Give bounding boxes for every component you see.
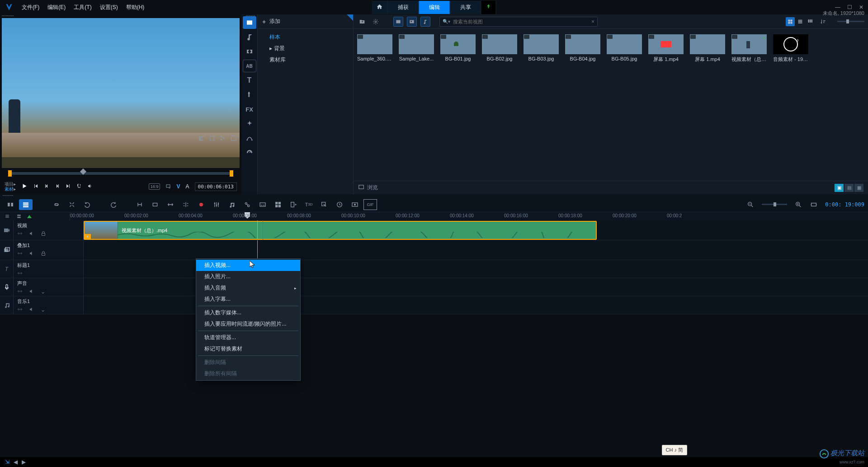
audio-category-icon[interactable]	[243, 31, 256, 43]
link-icon[interactable]	[17, 251, 24, 257]
menu-edit[interactable]: 编辑(E)	[47, 4, 66, 11]
ctx-insert-timelapse[interactable]: 插入要应用时间流逝/频闪的照片...	[196, 318, 300, 330]
asset-item[interactable]: BG-B04.jpg	[565, 34, 600, 63]
track-add-icon[interactable]	[27, 215, 32, 218]
asset-item[interactable]: 音频素材 - 196...	[773, 34, 808, 63]
goto-start-button[interactable]	[33, 183, 38, 190]
record-icon[interactable]	[194, 199, 208, 210]
fx-category-icon[interactable]: FX	[243, 103, 256, 116]
menu-setting[interactable]: 设置(S)	[100, 4, 118, 11]
expand-all-icon[interactable]	[15, 214, 23, 219]
fullscreen-icon[interactable]	[209, 135, 215, 143]
ctx-mark-replaceable[interactable]: 标记可替换素材	[196, 343, 300, 355]
scissors-icon[interactable]	[220, 135, 226, 143]
gif-icon[interactable]: GIF	[363, 199, 377, 210]
collapse-all-icon[interactable]	[4, 214, 11, 219]
expand-icon[interactable]: ⌄	[41, 289, 47, 295]
expand-icon[interactable]: ⌄	[41, 307, 47, 313]
mark-in-out-icon[interactable]	[133, 199, 146, 210]
asset-item[interactable]: BG-B01.jpg	[440, 34, 476, 63]
goto-end-button[interactable]	[66, 183, 71, 190]
clear-search-icon[interactable]: ×	[591, 19, 594, 25]
import-folder-icon[interactable]	[357, 17, 367, 27]
zoom-slider[interactable]	[762, 204, 787, 205]
speed-category-icon[interactable]	[243, 146, 256, 159]
minimize-button[interactable]: —	[835, 4, 841, 10]
sort-icon[interactable]	[818, 17, 828, 27]
tree-item-background[interactable]: ▸背景	[269, 43, 353, 54]
tools-icon[interactable]	[65, 199, 79, 210]
scroll-right-icon[interactable]: ▶	[20, 458, 27, 466]
mute-icon[interactable]	[29, 231, 35, 237]
menu-tool[interactable]: 工具(T)	[74, 4, 91, 11]
transition-category-icon[interactable]	[243, 45, 256, 58]
ctx-insert-video[interactable]: 插入视频...	[196, 260, 300, 271]
time-remap-icon[interactable]	[333, 199, 346, 210]
preview-scrubber[interactable]	[0, 168, 241, 179]
search-input[interactable]	[453, 19, 589, 24]
link-icon[interactable]	[17, 271, 24, 277]
ctx-track-manager[interactable]: 轨道管理器...	[196, 332, 300, 343]
preview-timecode[interactable]: 00:00:06:013	[195, 182, 237, 191]
mixer-icon[interactable]	[210, 199, 223, 210]
storyboard-mode-icon[interactable]	[4, 199, 17, 210]
ctx-insert-audio[interactable]: 插入音频▸	[196, 282, 300, 294]
menu-help[interactable]: 帮助(H)	[126, 4, 145, 11]
timeline-timecode[interactable]: 0:00: 19:009	[825, 201, 864, 208]
fit-timeline-icon[interactable]	[807, 199, 821, 210]
loop-button[interactable]	[76, 183, 82, 190]
asset-item[interactable]: Sample_360.m...	[357, 34, 392, 63]
motion-track-icon[interactable]	[241, 199, 254, 210]
resize-icon[interactable]	[165, 183, 171, 190]
tag-b-icon[interactable]: ▤	[844, 184, 854, 192]
link-icon[interactable]	[50, 199, 63, 210]
pan-zoom-icon[interactable]	[317, 199, 331, 210]
asset-item[interactable]: BG-B02.jpg	[482, 34, 517, 63]
media-category-icon[interactable]	[243, 16, 256, 29]
view-grid-icon[interactable]	[806, 17, 815, 26]
tab-upload[interactable]	[481, 1, 496, 14]
audio-indicator[interactable]: A	[186, 183, 189, 190]
play-button[interactable]	[21, 183, 28, 191]
filter-audio-icon[interactable]	[420, 17, 430, 27]
mask-icon[interactable]	[348, 199, 362, 210]
text-category-icon[interactable]: T	[243, 74, 256, 87]
browse-label[interactable]: 浏览	[367, 184, 378, 191]
lock-icon[interactable]	[41, 251, 47, 257]
video-clip[interactable]: 视频素材（总）.mp4	[84, 221, 597, 240]
overlay-category-icon[interactable]	[243, 89, 256, 101]
filter-video-icon[interactable]	[393, 17, 403, 27]
ctx-insert-photo[interactable]: 插入照片...	[196, 271, 300, 282]
timeline-ruler[interactable]: 00:00:00:0000:00:02:0000:00:04:0000:00:0…	[0, 212, 868, 220]
preview-viewport[interactable]	[2, 18, 240, 168]
tab-share[interactable]: 共享	[450, 1, 481, 14]
aspect-ratio[interactable]: 16:9	[149, 183, 160, 190]
asset-item[interactable]: Sample_Lake...	[399, 34, 434, 63]
add-button[interactable]: + 添加	[258, 14, 353, 29]
link-icon[interactable]	[17, 231, 24, 237]
crop-icon[interactable]	[198, 135, 204, 143]
reframe-icon[interactable]	[287, 199, 300, 210]
tab-home[interactable]	[372, 1, 388, 14]
ctx-insert-digital[interactable]: 插入数字媒体...	[196, 307, 300, 318]
tab-capture[interactable]: 捕获	[388, 1, 419, 14]
mute-icon[interactable]	[29, 307, 35, 313]
subtitle-icon[interactable]	[256, 199, 269, 210]
video-indicator[interactable]: V	[176, 183, 180, 190]
ctx-insert-subtitle[interactable]: 插入字幕...	[196, 294, 300, 305]
mute-icon[interactable]	[29, 251, 35, 257]
multicam-icon[interactable]	[271, 199, 285, 210]
mute-icon[interactable]	[29, 289, 35, 295]
motion-category-icon[interactable]	[243, 132, 256, 145]
redo-icon[interactable]	[107, 199, 120, 210]
link-icon[interactable]	[17, 307, 24, 313]
link-icon[interactable]	[17, 289, 24, 295]
lock-icon[interactable]	[41, 231, 47, 237]
view-thumb-icon[interactable]	[786, 17, 795, 26]
collapse-icon[interactable]: ⇲	[4, 458, 11, 466]
asset-item[interactable]: 屏幕 1.mp4	[690, 34, 725, 63]
timeline-mode-icon[interactable]	[19, 199, 33, 210]
tag-a-icon[interactable]: ▣	[835, 184, 844, 192]
prev-frame-button[interactable]	[44, 183, 49, 190]
correction-category-icon[interactable]	[243, 117, 256, 130]
